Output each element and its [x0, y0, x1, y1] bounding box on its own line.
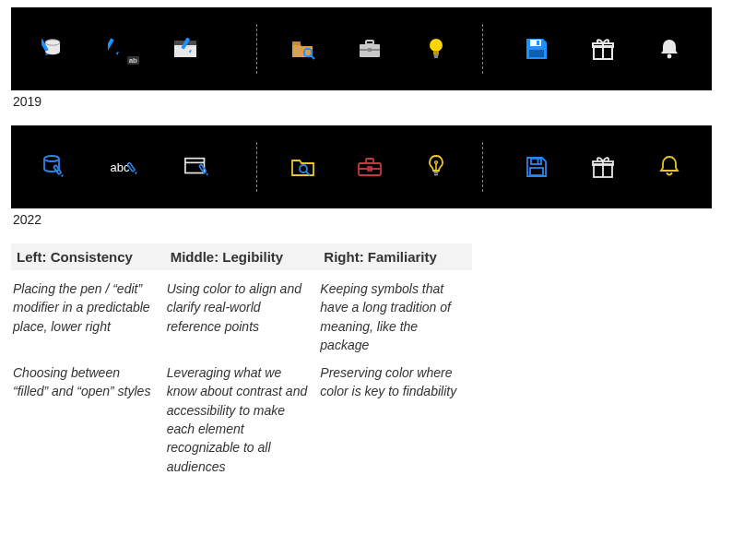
- separator: [256, 142, 257, 192]
- svg-point-28: [44, 156, 59, 161]
- separator: [482, 24, 483, 74]
- icon-bar-2019: ab: [11, 7, 712, 90]
- group-consistency-2019: ab: [41, 36, 238, 62]
- svg-rect-16: [368, 48, 372, 52]
- rename-abc-edit-icon: abc: [107, 154, 144, 180]
- group-consistency-2022: abc: [41, 154, 238, 180]
- year-label-2022: 2022: [13, 212, 745, 227]
- svg-rect-20: [434, 56, 438, 58]
- toolbox-outline-icon: [357, 154, 383, 180]
- ab-badge: ab: [127, 56, 139, 65]
- rename-ab-edit-icon: ab: [107, 36, 133, 62]
- table-header-row: Left: Consistency Middle: Legibility Rig…: [11, 243, 472, 270]
- separator: [482, 142, 483, 192]
- svg-rect-10: [292, 42, 301, 45]
- svg-rect-47: [531, 159, 541, 164]
- folder-search-outline-icon: [290, 154, 316, 180]
- svg-marker-30: [61, 174, 64, 178]
- svg-marker-36: [206, 173, 208, 176]
- cylinder-edit-outline-icon: [41, 154, 66, 180]
- group-familiarity-2022: [502, 154, 682, 180]
- cell-left-1: Placing the pen / “edit” modifier in a p…: [11, 270, 165, 354]
- svg-rect-49: [530, 168, 543, 175]
- gift-package-outline-icon: [590, 154, 616, 180]
- svg-rect-23: [529, 50, 544, 57]
- cell-middle-1: Using color to align and clarify real-wo…: [165, 270, 319, 354]
- folder-search-icon: [290, 36, 316, 62]
- svg-point-37: [300, 165, 307, 172]
- window-edit-icon: [173, 36, 199, 62]
- svg-rect-31: [128, 162, 136, 172]
- col-header-middle: Middle: Legibility: [165, 243, 319, 270]
- col-header-right: Right: Familiarity: [318, 243, 472, 270]
- svg-line-12: [311, 55, 314, 59]
- save-floppy-icon: [524, 36, 549, 62]
- group-legibility-2022: [276, 154, 465, 180]
- svg-point-27: [667, 54, 672, 59]
- svg-rect-14: [366, 41, 373, 44]
- separator: [256, 24, 257, 74]
- table-row: Choosing between “filled” and “open” sty…: [11, 354, 472, 476]
- svg-point-44: [434, 161, 437, 164]
- svg-rect-22: [537, 41, 539, 45]
- lightbulb-icon: [423, 36, 449, 62]
- svg-marker-32: [135, 172, 137, 175]
- cylinder-edit-icon: [41, 36, 66, 62]
- cell-right-2: Preserving color where color is key to f…: [318, 354, 472, 476]
- save-floppy-outline-icon: [524, 154, 549, 180]
- svg-rect-18: [433, 51, 439, 54]
- window-edit-outline-icon: [184, 154, 210, 180]
- group-familiarity-2019: [502, 36, 682, 62]
- svg-marker-5: [116, 52, 119, 55]
- briefcase-icon: [357, 36, 383, 62]
- bell-icon: [656, 36, 682, 62]
- lightbulb-outline-icon: [423, 154, 449, 180]
- table-row: Placing the pen / “edit” modifier in a p…: [11, 270, 472, 354]
- col-header-left: Left: Consistency: [11, 243, 165, 270]
- principles-table: Left: Consistency Middle: Legibility Rig…: [11, 243, 472, 476]
- svg-rect-40: [366, 159, 373, 163]
- abc-text: abc: [111, 160, 130, 174]
- svg-rect-19: [433, 54, 438, 56]
- cell-right-1: Keeping symbols that have a long traditi…: [318, 270, 472, 354]
- gift-package-icon: [590, 36, 616, 62]
- icon-bar-2022: abc: [11, 125, 712, 208]
- svg-rect-35: [199, 164, 207, 172]
- svg-rect-21: [530, 40, 541, 46]
- svg-rect-4: [108, 38, 114, 51]
- cell-left-2: Choosing between “filled” and “open” sty…: [11, 354, 165, 476]
- bell-outline-icon: [656, 154, 682, 180]
- group-legibility-2019: [276, 36, 465, 62]
- svg-point-17: [430, 39, 443, 52]
- year-label-2019: 2019: [13, 94, 745, 109]
- cell-middle-2: Leveraging what we know about contrast a…: [165, 354, 319, 476]
